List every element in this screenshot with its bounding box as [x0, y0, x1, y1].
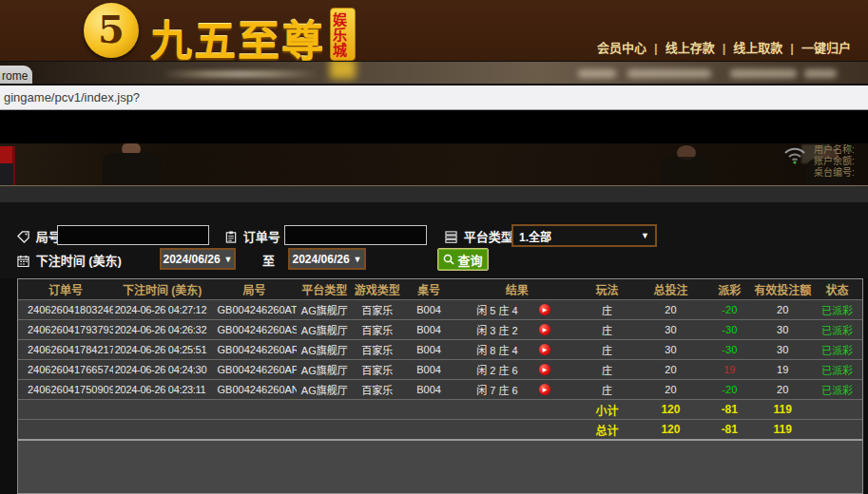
url-bar[interactable]: gingame/pcv1/index.jsp?	[0, 86, 868, 110]
table-row[interactable]: 240626041750909 2024-06-26 04:23:11 GB00…	[18, 379, 862, 399]
person-silhouette	[661, 157, 713, 186]
cell-result: 闲 7 庄 6 ▶	[455, 382, 579, 397]
bet-records-table: 订单号下注时间 (美东)局号平台类型游戏类型桌号结果玩法总投注派彩有效投注额状态…	[17, 278, 863, 494]
browser-tab-strip: rome	[0, 61, 868, 86]
summary-payout: -81	[705, 423, 753, 436]
column-header: 订单号	[18, 281, 113, 297]
cell-platform: AG旗舰厅	[297, 342, 352, 357]
chevron-down-icon: ▼	[354, 255, 362, 264]
date-from-value: 2024/06/26	[164, 253, 221, 266]
column-header: 局号	[212, 281, 298, 297]
platform-select[interactable]: 1.全部 ▼	[511, 224, 657, 247]
cell-order-number: 240626041750909	[18, 384, 113, 395]
cell-play-type: 庄	[579, 362, 636, 377]
cell-status: 已派彩	[812, 362, 862, 377]
cell-valid-bet: 30	[753, 324, 812, 335]
cell-play-type: 庄	[579, 382, 636, 397]
column-header: 结果	[455, 281, 579, 297]
cell-game-type: 百家乐	[352, 382, 402, 397]
blurred-account-text	[578, 69, 616, 78]
cell-payout: -30	[705, 324, 753, 335]
cell-table-number: B004	[402, 344, 455, 355]
banner-account-label: 桌台编号:	[814, 167, 855, 179]
cell-round-number: GB004246260AP	[212, 364, 298, 375]
calendar-icon	[17, 255, 29, 267]
play-icon[interactable]: ▶	[539, 324, 550, 335]
summary-label: 总计	[579, 422, 636, 438]
cell-valid-bet: 30	[753, 344, 812, 355]
cell-order-number: 240626041803246	[18, 304, 113, 315]
cell-valid-bet: 19	[753, 364, 812, 375]
cell-order-number: 240626041766574	[18, 364, 113, 375]
cell-valid-bet: 20	[753, 304, 812, 315]
summary-valid-bet: 119	[753, 403, 812, 416]
order-input[interactable]	[284, 225, 427, 245]
nav-link[interactable]: 会员中心	[597, 41, 646, 55]
page: 5 九五至尊 娱乐城 会员中心|线上存款|线上取款|一键归户 rome ging…	[0, 0, 868, 494]
cell-status: 已派彩	[812, 302, 862, 317]
cell-play-type: 庄	[579, 342, 636, 357]
table-row[interactable]: 240626041793793 2024-06-26 04:26:32 GB00…	[18, 319, 862, 339]
casino-banner: 用户名称:账户余额:桌台编号:	[0, 143, 868, 186]
cell-play-type: 庄	[579, 322, 636, 337]
banner-account-label: 账户余额:	[814, 156, 855, 167]
decorative-swirl	[162, 70, 318, 78]
cell-valid-bet: 20	[753, 384, 812, 395]
cell-round-number: GB004246260AR	[212, 344, 298, 355]
search-button-label: 查询	[457, 251, 482, 269]
cell-order-number: 240626041793793	[18, 324, 113, 335]
date-to-picker[interactable]: 2024/06/26 ▼	[288, 248, 366, 270]
table-row[interactable]: 240626041766574 2024-06-26 04:24:30 GB00…	[18, 359, 862, 379]
cell-bet-time: 2024-06-26 04:27:12	[113, 304, 212, 315]
cell-round-number: GB004246260AT	[212, 304, 298, 315]
cell-result: 闲 3 庄 2 ▶	[455, 322, 579, 337]
play-icon[interactable]: ▶	[539, 344, 550, 355]
chevron-down-icon: ▼	[224, 255, 233, 264]
column-header: 状态	[812, 281, 862, 297]
summary-total-bet: 120	[636, 403, 706, 416]
cell-total-bet: 20	[636, 384, 706, 395]
banner-account-labels: 用户名称:账户余额:桌台编号:	[814, 144, 855, 179]
table-row[interactable]: 240626041784217 2024-06-26 04:25:51 GB00…	[18, 339, 862, 359]
summary-valid-bet: 119	[753, 423, 812, 436]
platform-label: 平台类型	[445, 227, 513, 245]
person-silhouette	[103, 153, 162, 186]
cell-game-type: 百家乐	[352, 342, 402, 357]
cell-result: 闲 5 庄 4 ▶	[455, 302, 579, 317]
cell-game-type: 百家乐	[352, 362, 402, 377]
cell-bet-time: 2024-06-26 04:24:30	[113, 364, 212, 375]
top-nav: 会员中心|线上存款|线上取款|一键归户	[597, 38, 851, 56]
cell-status: 已派彩	[812, 322, 862, 337]
play-icon[interactable]: ▶	[539, 384, 550, 395]
cell-table-number: B004	[402, 324, 455, 335]
summary-total-bet: 120	[636, 423, 706, 436]
nav-link[interactable]: 线上取款	[733, 41, 782, 55]
round-input[interactable]	[57, 225, 209, 245]
date-from-picker[interactable]: 2024/06/26 ▼	[160, 248, 236, 270]
summary-row: 总计 120 -81 119	[18, 419, 862, 439]
nav-link[interactable]: 一键归户	[801, 41, 851, 55]
url-text: gingame/pcv1/index.jsp?	[4, 90, 140, 104]
blurred-account-text	[627, 69, 711, 78]
cell-bet-time: 2024-06-26 04:26:32	[113, 324, 212, 335]
cell-payout: -20	[705, 304, 753, 315]
banner-red-block	[0, 146, 13, 163]
result-text: 闲 2 庄 6	[455, 362, 539, 377]
bet-time-label: 下注时间 (美东)	[17, 251, 122, 269]
cell-total-bet: 30	[636, 324, 706, 335]
cell-order-number: 240626041784217	[18, 344, 113, 355]
play-icon[interactable]: ▶	[539, 304, 550, 315]
result-text: 闲 3 庄 2	[455, 322, 539, 337]
banner-account-label: 用户名称:	[814, 144, 855, 156]
cell-game-type: 百家乐	[352, 302, 402, 317]
search-button[interactable]: 查询	[437, 248, 489, 271]
site-logo-text: 九五至尊	[150, 8, 325, 68]
banner-dark-block	[0, 163, 13, 186]
cell-result: 闲 8 庄 4 ▶	[455, 342, 579, 357]
play-icon[interactable]: ▶	[539, 364, 550, 375]
cell-payout: 19	[705, 364, 753, 375]
blurred-badge-artifact	[330, 61, 356, 79]
table-row[interactable]: 240626041803246 2024-06-26 04:27:12 GB00…	[18, 299, 862, 319]
browser-tab[interactable]: rome	[0, 66, 32, 86]
nav-link[interactable]: 线上存款	[665, 41, 715, 55]
